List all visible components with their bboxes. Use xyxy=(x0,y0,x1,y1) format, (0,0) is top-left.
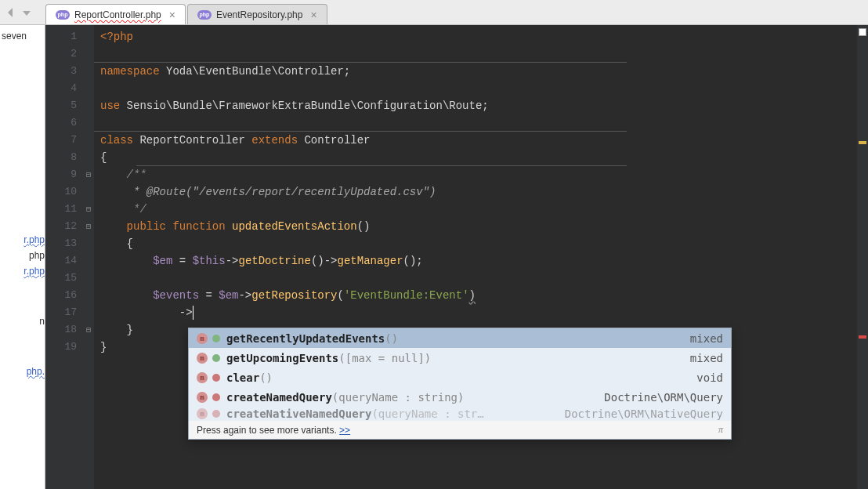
code-token: } xyxy=(100,324,133,336)
sidebar-item[interactable]: r.php xyxy=(0,232,45,248)
code-token: namespace xyxy=(100,65,166,78)
completion-name: createNamedQuery xyxy=(226,391,332,404)
php-file-icon: php xyxy=(56,10,70,20)
error-stripe xyxy=(857,25,868,489)
fold-column: ⊟ ⊟ ⊟ ⊟ xyxy=(83,25,94,489)
code-token: Sensio\Bundle\FrameworkExtraBundle\Confi… xyxy=(127,100,483,112)
autocomplete-popup: m getRecentlyUpdatedEvents() mixed m get… xyxy=(188,328,732,440)
line-number: 3 xyxy=(45,63,77,80)
text-caret xyxy=(193,306,193,320)
code-token: use xyxy=(100,100,127,112)
completion-params: () xyxy=(259,371,273,384)
arrow-left-icon[interactable] xyxy=(5,6,17,19)
line-number: 13 xyxy=(45,235,77,252)
code-token: public xyxy=(100,220,172,233)
visibility-icon xyxy=(212,374,220,382)
autocomplete-item[interactable]: m getRecentlyUpdatedEvents() mixed xyxy=(189,328,731,348)
line-number: 16 xyxy=(45,287,77,304)
visibility-icon xyxy=(212,354,220,362)
pi-icon[interactable]: π xyxy=(718,424,723,436)
code-token: getManager xyxy=(338,255,403,267)
tab-container: php ReportController.php × php EventRepo… xyxy=(45,0,329,24)
sidebar-item[interactable]: r.php xyxy=(0,263,45,279)
code-token: ; xyxy=(482,100,488,112)
line-number: 2 xyxy=(45,45,77,63)
code-token: (); xyxy=(403,255,423,267)
dropdown-icon[interactable] xyxy=(20,6,33,19)
code-token: <?php xyxy=(100,31,133,43)
line-number: 9 xyxy=(45,166,77,183)
line-number: 12 xyxy=(45,218,77,235)
line-number: 19 xyxy=(45,339,77,356)
line-number: 4 xyxy=(45,80,77,97)
autocomplete-item[interactable]: m createNamedQuery(queryName : string) D… xyxy=(189,387,731,407)
code-token: -> xyxy=(238,289,251,302)
line-number: 10 xyxy=(45,183,77,201)
completion-type: void xyxy=(696,371,723,384)
fold-icon[interactable]: ⊟ xyxy=(83,218,94,235)
code-token: ReportController xyxy=(139,134,251,147)
close-icon[interactable]: × xyxy=(310,9,316,21)
line-number: 6 xyxy=(45,114,77,132)
fold-icon[interactable]: ⊟ xyxy=(83,166,94,183)
completion-name: clear xyxy=(226,371,259,384)
tab-label: EventRepository.php xyxy=(216,9,303,20)
completion-type: mixed xyxy=(690,332,723,345)
visibility-icon xyxy=(212,393,220,401)
method-icon: m xyxy=(197,333,208,344)
completion-name: getRecentlyUpdatedEvents xyxy=(226,332,385,345)
inspection-indicator[interactable] xyxy=(859,28,866,36)
php-file-icon: php xyxy=(197,10,212,20)
code-token: { xyxy=(100,237,133,250)
tab-report-controller[interactable]: php ReportController.php × xyxy=(45,4,186,24)
code-token: /** xyxy=(100,168,146,181)
code-token: ; xyxy=(344,65,350,78)
code-token: */ xyxy=(100,203,146,216)
autocomplete-item[interactable]: m clear() void xyxy=(189,368,731,387)
sidebar-item[interactable]: n xyxy=(0,313,45,329)
error-marker[interactable] xyxy=(859,335,866,339)
code-token: extends xyxy=(251,134,304,147)
toolbar-icons xyxy=(0,6,45,19)
sidebar-item[interactable]: .php xyxy=(0,364,45,379)
code-token: $this xyxy=(193,255,226,267)
line-number: 5 xyxy=(45,97,77,114)
completion-params: () xyxy=(385,332,398,345)
line-number: 11 xyxy=(45,201,77,218)
code-token: ( xyxy=(338,289,344,302)
method-icon: m xyxy=(197,353,208,364)
line-number: 8 xyxy=(45,149,77,166)
sidebar-item[interactable]: php xyxy=(0,248,45,263)
code-token: $em xyxy=(153,255,172,267)
autocomplete-item[interactable]: m createNativeNamedQuery(queryName : str… xyxy=(189,407,731,421)
more-variants-link[interactable]: >> xyxy=(339,425,350,436)
sidebar-header: seven xyxy=(0,28,45,44)
completion-params: (queryName : str… xyxy=(371,408,483,420)
code-token: $events xyxy=(153,289,199,302)
code-token: -> xyxy=(179,306,193,319)
code-token: function xyxy=(172,220,232,233)
completion-params: (queryName : string) xyxy=(332,391,465,404)
fold-end-icon[interactable]: ⊟ xyxy=(83,321,94,339)
autocomplete-footer: Press again to see more variants. >> π xyxy=(189,421,731,439)
code-token: 'EventBundle:Event' xyxy=(344,289,469,302)
line-number: 7 xyxy=(45,132,77,149)
method-icon: m xyxy=(197,372,208,383)
autocomplete-item[interactable]: m getUpcomingEvents([max = null]) mixed xyxy=(189,348,731,368)
code-token: -> xyxy=(226,255,239,267)
visibility-icon xyxy=(212,410,220,418)
warning-marker[interactable] xyxy=(859,141,866,144)
tab-event-repository[interactable]: php EventRepository.php × xyxy=(187,4,327,24)
completion-type: Doctrine\ORM\Query xyxy=(604,391,723,404)
code-token: = xyxy=(199,289,219,302)
line-number: 1 xyxy=(45,28,77,45)
completion-name: createNativeNamedQuery xyxy=(226,408,371,420)
code-token: { xyxy=(100,151,107,164)
footer-text: Press again to see more variants. xyxy=(197,425,337,436)
visibility-icon xyxy=(212,335,220,342)
close-icon[interactable]: × xyxy=(169,9,175,21)
code-token: Controller xyxy=(304,134,370,147)
code-token: getRepository xyxy=(251,289,337,302)
code-token: class xyxy=(100,134,139,147)
fold-end-icon[interactable]: ⊟ xyxy=(83,201,94,218)
